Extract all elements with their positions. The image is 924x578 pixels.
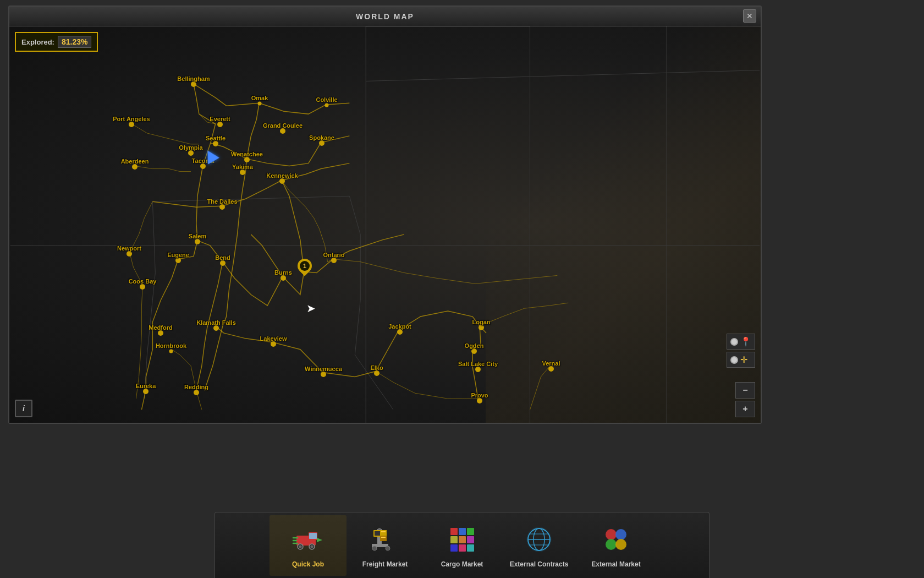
city-dot-salem: [195, 239, 200, 244]
external-market-icon: [600, 524, 632, 555]
cargo-market-icon: [446, 524, 478, 555]
svg-marker-16: [317, 538, 322, 542]
city-dot-redding: [194, 390, 199, 395]
pin-icon: 📍: [740, 336, 751, 347]
city-label-colville: Colville: [316, 96, 337, 103]
svg-rect-34: [450, 544, 458, 552]
nav-item-cargo-market[interactable]: Cargo Market: [424, 515, 501, 576]
svg-point-46: [615, 539, 626, 550]
city-dot-the-dalles: [219, 204, 225, 210]
svg-rect-19: [378, 528, 381, 530]
explored-label: Explored:: [21, 38, 54, 46]
zoom-out-button[interactable]: −: [735, 382, 755, 399]
explored-badge: Explored: 81.23%: [15, 32, 98, 52]
city-dot-olympia: [188, 150, 194, 156]
city-label-kennewick: Kennewick: [266, 172, 298, 179]
svg-rect-30: [467, 528, 474, 535]
svg-rect-24: [381, 537, 386, 538]
city-dot-port-angeles: [129, 122, 134, 127]
cargo-market-icon-wrapper: [444, 522, 480, 557]
world-map-dialog: WORLD MAP ✕: [8, 6, 762, 424]
svg-rect-31: [450, 536, 458, 543]
map-content[interactable]: Explored: 81.23% BellinghamOmakColvilleP…: [9, 26, 761, 423]
quick-job-icon-wrapper: [290, 522, 326, 557]
waypoint-mode-button[interactable]: 📍: [727, 334, 755, 350]
svg-rect-25: [381, 531, 386, 532]
city-dot-everett: [217, 122, 223, 127]
svg-rect-8: [309, 533, 317, 539]
svg-point-10: [299, 545, 302, 548]
city-dot-winnemucca: [321, 372, 326, 377]
nav-item-external-contracts[interactable]: External Contracts: [501, 515, 578, 576]
svg-line-4: [366, 70, 760, 81]
city-dot-spokane: [319, 140, 324, 146]
external-contracts-label: External Contracts: [510, 560, 569, 569]
city-dot-newport: [127, 251, 132, 257]
svg-point-43: [606, 529, 617, 540]
freight-market-label: Freight Market: [362, 560, 408, 569]
city-dot-lakeview: [271, 341, 276, 347]
city-dot-wenatchee: [244, 157, 250, 162]
mode-circle-icon: [730, 338, 738, 346]
nav-item-quick-job[interactable]: Quick Job: [270, 515, 346, 576]
city-dot-medford: [158, 330, 163, 336]
nav-item-freight-market[interactable]: Freight Market: [346, 515, 424, 576]
city-dot-elko: [374, 370, 380, 376]
mode-circle-icon-2: [730, 356, 738, 364]
svg-point-27: [386, 546, 390, 550]
city-label-the-dalles: The Dalles: [207, 198, 237, 205]
title-bar: WORLD MAP ✕: [9, 7, 761, 26]
city-dot-tacoma: [200, 163, 206, 169]
city-dot-eureka: [143, 389, 148, 394]
map-mode-controls: 📍 ✛: [727, 334, 755, 368]
city-label-spokane: Spokane: [309, 134, 334, 141]
city-label-aberdeen: Aberdeen: [121, 158, 149, 165]
svg-point-26: [372, 546, 377, 550]
external-market-label: External Market: [591, 560, 640, 569]
city-dot-bend: [220, 260, 226, 266]
city-dot-colville: [325, 103, 329, 107]
city-label-yakima: Yakima: [232, 163, 253, 170]
nav-item-external-market[interactable]: External Market: [578, 515, 654, 576]
city-label-logan: Logan: [472, 319, 491, 325]
city-label-vernal: Vernal: [542, 360, 560, 367]
svg-rect-29: [459, 528, 466, 535]
city-dot-vernal: [548, 366, 554, 372]
city-label-eugene: Eugene: [167, 252, 189, 258]
svg-rect-33: [467, 536, 474, 543]
city-label-olympia: Olympia: [179, 144, 202, 151]
city-dot-eugene: [175, 258, 181, 263]
zoom-in-button[interactable]: +: [735, 401, 755, 417]
pan-mode-button[interactable]: ✛: [727, 352, 755, 368]
road-network: [9, 26, 761, 423]
svg-rect-23: [380, 530, 387, 536]
city-dot-seattle: [213, 141, 218, 146]
city-label-grand-coulee: Grand Coulee: [263, 122, 302, 129]
city-label-seattle: Seattle: [206, 135, 226, 141]
city-dot-provo: [477, 398, 482, 403]
city-label-medford: Medford: [148, 324, 172, 331]
svg-point-44: [615, 529, 626, 540]
city-dot-jackpot: [397, 329, 403, 335]
info-button[interactable]: i: [15, 400, 32, 417]
city-dot-omak: [258, 102, 262, 106]
external-contracts-icon: [523, 524, 555, 555]
city-label-winnemucca: Winnemucca: [305, 366, 342, 372]
city-dot-klamath-falls: [213, 325, 219, 331]
city-label-salt-lake-city: Salt Lake City: [458, 361, 498, 367]
city-dot-kennewick: [279, 178, 285, 184]
city-label-bend: Bend: [215, 254, 230, 261]
svg-rect-22: [380, 536, 387, 541]
close-button[interactable]: ✕: [743, 9, 756, 23]
dialog-title: WORLD MAP: [356, 12, 414, 21]
city-label-port-angeles: Port Angeles: [113, 116, 150, 122]
city-dot-hornbrook: [169, 350, 173, 353]
city-dot-aberdeen: [132, 164, 138, 170]
city-dot-burns: [280, 275, 286, 281]
zoom-controls: − +: [735, 382, 755, 417]
city-dot-logan: [479, 325, 484, 330]
city-dot-yakima: [240, 170, 245, 175]
city-label-redding: Redding: [184, 384, 208, 390]
city-dot-salt-lake-city: [475, 367, 481, 372]
city-label-lakeview: Lakeview: [260, 335, 287, 342]
